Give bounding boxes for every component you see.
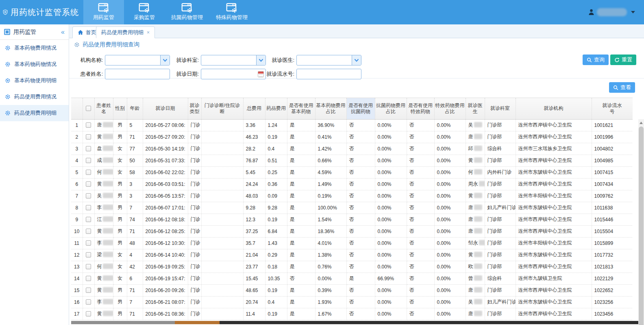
- nav-item-4[interactable]: 特殊药物管理: [209, 0, 254, 24]
- close-icon[interactable]: ×: [147, 30, 150, 35]
- row-checkbox-cell: [83, 261, 94, 273]
- gender-cell: 男: [113, 214, 127, 225]
- row-checkbox[interactable]: [86, 158, 91, 163]
- chevron-down-icon[interactable]: [163, 59, 168, 62]
- age-cell: 3: [127, 178, 143, 190]
- row-checkbox[interactable]: [86, 229, 91, 234]
- row-checkbox[interactable]: [86, 264, 91, 269]
- row-checkbox[interactable]: [86, 217, 91, 222]
- gender-cell: 女: [113, 273, 127, 284]
- table-row[interactable]: 3盘女772016-05-30 14:19:门诊28.20.4是1.42%否0.…: [71, 143, 633, 155]
- table-row[interactable]: 15黄男712016-06-20 09:26:门诊48.650.19是0.39%…: [71, 284, 633, 296]
- view-button[interactable]: 查看: [609, 82, 635, 93]
- row-checkbox[interactable]: [86, 181, 91, 187]
- sidebar-item-1[interactable]: 基本药物费用情况: [0, 40, 69, 56]
- row-checkbox[interactable]: [86, 193, 91, 198]
- table-row[interactable]: 2黄男712016-05-27 09:20:门诊46.230.19是0.41%否…: [71, 131, 633, 143]
- nav-item-2[interactable]: 采购监管: [124, 0, 165, 24]
- hscroll-marker[interactable]: [175, 321, 220, 324]
- doctor-cell: 唐: [466, 131, 485, 143]
- row-number: 16: [71, 296, 83, 308]
- table-row[interactable]: 17黄男712016-06-21 08:36:门诊11.40.19是1.67%否…: [71, 308, 633, 320]
- hscroll-thumb[interactable]: [220, 321, 638, 324]
- row-checkbox[interactable]: [86, 252, 91, 257]
- collapse-icon[interactable]: «: [61, 28, 65, 36]
- row-checkbox[interactable]: [86, 240, 91, 246]
- special-pct-cell: 0.00%: [434, 214, 466, 225]
- select-all-checkbox[interactable]: [86, 106, 91, 111]
- table-row[interactable]: 14黄女62016-06-19 15:47:门诊15.4510.35否0.00%…: [71, 273, 633, 284]
- col-header-14: 是否有使用特效药物: [407, 98, 434, 119]
- visit-dept-select[interactable]: [201, 55, 266, 65]
- sidebar-item-4[interactable]: 药品使用费用情况: [0, 89, 69, 105]
- row-checkbox[interactable]: [86, 170, 91, 175]
- calendar-icon[interactable]: [258, 71, 264, 77]
- table-row[interactable]: 6黄男32016-06-03 03:51:门诊24.240.36是1.49%否0…: [71, 178, 633, 190]
- gender-cell: 男: [113, 131, 127, 143]
- table-row[interactable]: 9江男742016-06-12 08:18:门诊12.30.19是1.54%否0…: [71, 214, 633, 225]
- reset-button[interactable]: 重置: [610, 55, 636, 65]
- app-window-gear-icon: [138, 2, 150, 13]
- user-menu[interactable]: [588, 0, 635, 24]
- patient-name-input[interactable]: [105, 69, 170, 79]
- sidebar-item-3[interactable]: 基本药物使用明细: [0, 72, 69, 89]
- chevron-down-icon[interactable]: [259, 59, 263, 62]
- row-checkbox[interactable]: [86, 205, 91, 210]
- total-fee-cell: 20.74: [243, 296, 265, 308]
- row-checkbox-cell: [83, 237, 94, 249]
- abx-used-cell: 否: [346, 178, 375, 190]
- visit-type-cell: 门诊: [188, 214, 201, 225]
- visit-date-input[interactable]: [201, 69, 266, 79]
- row-checkbox[interactable]: [86, 146, 91, 151]
- visit-type-cell: 门诊: [188, 296, 201, 308]
- row-checkbox[interactable]: [86, 288, 91, 293]
- table-row[interactable]: 11李男482016-06-12 10:30:门诊35.71.43是4.01%否…: [71, 237, 633, 249]
- special-used-cell: 否: [407, 155, 434, 166]
- nav-item-3[interactable]: 抗菌药物管理: [165, 0, 209, 24]
- org-cell: 连州市东陂镇中心卫生院: [516, 202, 592, 214]
- dept-cell: 门诊部: [485, 225, 516, 237]
- select-all-header[interactable]: [83, 98, 94, 119]
- scrollbar-thumb[interactable]: [639, 127, 644, 325]
- row-checkbox[interactable]: [86, 276, 91, 281]
- dept-cell: 内外科门诊: [485, 166, 516, 178]
- vertical-scrollbar[interactable]: [638, 119, 644, 325]
- table-row[interactable]: 4成女502016-05-31 07:33:门诊76.870.51是0.66%否…: [71, 155, 633, 166]
- hscroll-track[interactable]: [71, 321, 175, 324]
- table-row[interactable]: 10黄男712016-06-12 08:25:门诊37.256.84是18.36…: [71, 225, 633, 237]
- horizontal-scrollbar[interactable]: [71, 321, 638, 324]
- special-used-cell: 否: [407, 308, 434, 320]
- table-row[interactable]: 8李男72016-06-07 17:01:门诊9.289.28是100.00%否…: [71, 202, 633, 214]
- row-checkbox[interactable]: [86, 122, 91, 128]
- table-row[interactable]: 7吴男32016-06-05 13:57:门诊48.030.09是0.19%否0…: [71, 190, 633, 202]
- table-row[interactable]: 13何女422016-06-19 09:25:门诊23.770.18是0.76%…: [71, 261, 633, 273]
- row-number: 17: [71, 308, 83, 320]
- query-button[interactable]: 查询: [583, 55, 609, 65]
- org-name-select[interactable]: [105, 55, 170, 65]
- visit-doctor-select[interactable]: [296, 55, 361, 65]
- dept-cell: 门诊部: [485, 237, 516, 249]
- doctor-cell: 曾: [466, 273, 485, 284]
- drug-fee-cell: 10.35: [265, 273, 287, 284]
- chevron-down-icon[interactable]: [354, 59, 359, 62]
- table-row[interactable]: 12梁女42016-06-14 10:40:门诊21.040.29是1.38%否…: [71, 249, 633, 261]
- redacted-name: [103, 157, 113, 163]
- row-checkbox[interactable]: [86, 311, 91, 316]
- table-row[interactable]: 1唐男52016-05-27 08:06:门诊3.361.24是36.90%否0…: [71, 119, 633, 131]
- sidebar-item-2[interactable]: 基本药物药物情况: [0, 56, 69, 72]
- tab-2[interactable]: 药品使用费用明细×: [96, 26, 155, 38]
- nav-item-1[interactable]: 用药监管: [83, 0, 124, 24]
- table-row[interactable]: 16李男72016-06-21 08:07:门诊20.740.4是1.93%否0…: [71, 296, 633, 308]
- row-checkbox[interactable]: [86, 299, 91, 305]
- sidebar-item-5[interactable]: 药品使用费用明细: [0, 105, 69, 121]
- nav-item-label: 用药监管: [93, 14, 114, 21]
- row-checkbox[interactable]: [86, 134, 91, 140]
- nav-item-label: 特殊药物管理: [216, 14, 248, 21]
- scroll-up-icon[interactable]: [640, 122, 643, 124]
- row-checkbox-cell: [83, 166, 94, 178]
- basic-drug-used-cell: 是: [287, 284, 315, 296]
- visit-serial-input[interactable]: [296, 69, 361, 79]
- chevron-down-icon[interactable]: [631, 11, 635, 13]
- dept-cell: 门诊部: [485, 190, 516, 202]
- table-row[interactable]: 5何女582016-06-02 22:02:门诊5.450.25是4.59%否0…: [71, 166, 633, 178]
